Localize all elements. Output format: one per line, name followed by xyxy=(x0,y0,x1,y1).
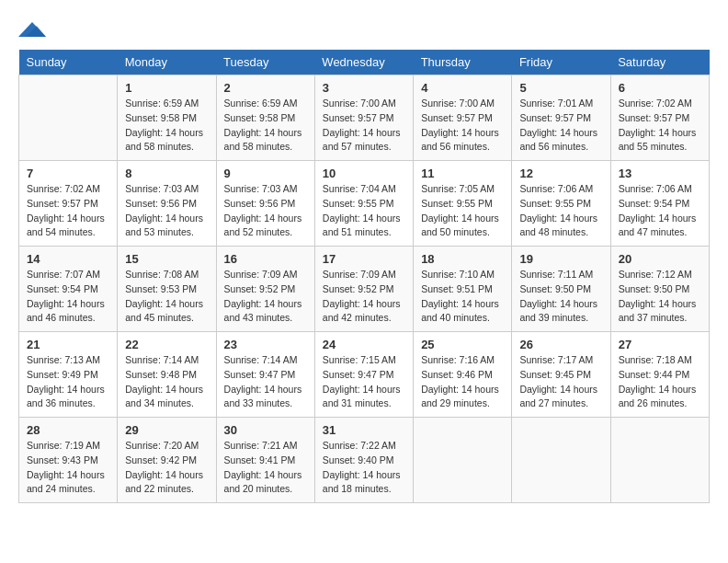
day-info: Sunrise: 7:05 AM Sunset: 9:55 PM Dayligh… xyxy=(421,182,504,240)
day-number: 10 xyxy=(323,167,405,180)
day-number: 16 xyxy=(224,252,307,266)
calendar-cell: 22Sunrise: 7:14 AM Sunset: 9:48 PM Dayli… xyxy=(118,332,216,418)
day-number: 9 xyxy=(224,167,307,180)
calendar-cell: 24Sunrise: 7:15 AM Sunset: 9:47 PM Dayli… xyxy=(314,332,413,418)
calendar-table: SundayMondayTuesdayWednesdayThursdayFrid… xyxy=(18,50,710,503)
day-info: Sunrise: 7:00 AM Sunset: 9:57 PM Dayligh… xyxy=(421,97,504,155)
day-info: Sunrise: 7:02 AM Sunset: 9:57 PM Dayligh… xyxy=(27,182,109,240)
page-header xyxy=(18,18,710,40)
day-number: 6 xyxy=(619,81,701,95)
calendar-cell: 16Sunrise: 7:09 AM Sunset: 9:52 PM Dayli… xyxy=(216,247,314,332)
day-info: Sunrise: 7:16 AM Sunset: 9:46 PM Dayligh… xyxy=(421,353,504,411)
day-info: Sunrise: 7:17 AM Sunset: 9:45 PM Dayligh… xyxy=(519,353,602,411)
header-thursday: Thursday xyxy=(414,50,512,75)
calendar-cell: 17Sunrise: 7:09 AM Sunset: 9:52 PM Dayli… xyxy=(314,247,413,332)
calendar-cell: 3Sunrise: 7:00 AM Sunset: 9:57 PM Daylig… xyxy=(314,75,413,161)
day-info: Sunrise: 7:06 AM Sunset: 9:55 PM Dayligh… xyxy=(519,182,602,240)
day-info: Sunrise: 6:59 AM Sunset: 9:58 PM Dayligh… xyxy=(125,97,208,155)
calendar-cell: 8Sunrise: 7:03 AM Sunset: 9:56 PM Daylig… xyxy=(118,161,216,247)
day-number: 24 xyxy=(323,338,405,351)
day-info: Sunrise: 7:01 AM Sunset: 9:57 PM Dayligh… xyxy=(519,97,602,155)
day-number: 30 xyxy=(224,423,307,437)
calendar-cell xyxy=(19,75,118,161)
day-info: Sunrise: 7:22 AM Sunset: 9:40 PM Dayligh… xyxy=(323,439,405,497)
day-info: Sunrise: 7:19 AM Sunset: 9:43 PM Dayligh… xyxy=(27,439,109,497)
calendar-cell: 10Sunrise: 7:04 AM Sunset: 9:55 PM Dayli… xyxy=(314,161,413,247)
day-info: Sunrise: 7:14 AM Sunset: 9:48 PM Dayligh… xyxy=(125,353,208,411)
day-info: Sunrise: 7:11 AM Sunset: 9:50 PM Dayligh… xyxy=(519,268,602,326)
day-number: 19 xyxy=(519,252,602,266)
day-number: 31 xyxy=(323,423,405,437)
calendar-cell: 11Sunrise: 7:05 AM Sunset: 9:55 PM Dayli… xyxy=(414,161,512,247)
day-number: 8 xyxy=(125,167,208,180)
header-sunday: Sunday xyxy=(19,50,118,75)
week-row-3: 14Sunrise: 7:07 AM Sunset: 9:54 PM Dayli… xyxy=(19,247,710,332)
day-number: 29 xyxy=(125,423,208,437)
calendar-cell: 30Sunrise: 7:21 AM Sunset: 9:41 PM Dayli… xyxy=(216,418,314,503)
day-number: 7 xyxy=(27,167,109,180)
calendar-cell: 19Sunrise: 7:11 AM Sunset: 9:50 PM Dayli… xyxy=(512,247,610,332)
day-number: 12 xyxy=(519,167,602,180)
logo xyxy=(18,18,50,40)
week-row-2: 7Sunrise: 7:02 AM Sunset: 9:57 PM Daylig… xyxy=(19,161,710,247)
calendar-cell: 12Sunrise: 7:06 AM Sunset: 9:55 PM Dayli… xyxy=(512,161,610,247)
calendar-cell: 5Sunrise: 7:01 AM Sunset: 9:57 PM Daylig… xyxy=(512,75,610,161)
day-number: 2 xyxy=(224,81,307,95)
day-number: 22 xyxy=(125,338,208,351)
header-saturday: Saturday xyxy=(610,50,709,75)
day-number: 28 xyxy=(27,423,109,437)
day-number: 4 xyxy=(421,81,504,95)
calendar-cell: 6Sunrise: 7:02 AM Sunset: 9:57 PM Daylig… xyxy=(610,75,709,161)
header-friday: Friday xyxy=(512,50,610,75)
calendar-cell: 31Sunrise: 7:22 AM Sunset: 9:40 PM Dayli… xyxy=(314,418,413,503)
calendar-cell: 13Sunrise: 7:06 AM Sunset: 9:54 PM Dayli… xyxy=(610,161,709,247)
calendar-cell: 4Sunrise: 7:00 AM Sunset: 9:57 PM Daylig… xyxy=(414,75,512,161)
day-number: 15 xyxy=(125,252,208,266)
day-info: Sunrise: 6:59 AM Sunset: 9:58 PM Dayligh… xyxy=(224,97,307,155)
day-info: Sunrise: 7:15 AM Sunset: 9:47 PM Dayligh… xyxy=(323,353,405,411)
day-info: Sunrise: 7:13 AM Sunset: 9:49 PM Dayligh… xyxy=(27,353,109,411)
day-info: Sunrise: 7:08 AM Sunset: 9:53 PM Dayligh… xyxy=(125,268,208,326)
day-number: 3 xyxy=(323,81,405,95)
day-number: 26 xyxy=(519,338,602,351)
day-info: Sunrise: 7:04 AM Sunset: 9:55 PM Dayligh… xyxy=(323,182,405,240)
calendar-cell: 7Sunrise: 7:02 AM Sunset: 9:57 PM Daylig… xyxy=(19,161,118,247)
calendar-cell: 14Sunrise: 7:07 AM Sunset: 9:54 PM Dayli… xyxy=(19,247,118,332)
calendar-cell: 23Sunrise: 7:14 AM Sunset: 9:47 PM Dayli… xyxy=(216,332,314,418)
day-number: 18 xyxy=(421,252,504,266)
calendar-cell: 26Sunrise: 7:17 AM Sunset: 9:45 PM Dayli… xyxy=(512,332,610,418)
calendar-cell: 27Sunrise: 7:18 AM Sunset: 9:44 PM Dayli… xyxy=(610,332,709,418)
logo-icon xyxy=(18,18,46,40)
day-info: Sunrise: 7:18 AM Sunset: 9:44 PM Dayligh… xyxy=(619,353,701,411)
day-number: 1 xyxy=(125,81,208,95)
calendar-cell xyxy=(512,418,610,503)
calendar-cell: 1Sunrise: 6:59 AM Sunset: 9:58 PM Daylig… xyxy=(118,75,216,161)
day-number: 23 xyxy=(224,338,307,351)
calendar-cell: 2Sunrise: 6:59 AM Sunset: 9:58 PM Daylig… xyxy=(216,75,314,161)
day-number: 25 xyxy=(421,338,504,351)
day-info: Sunrise: 7:10 AM Sunset: 9:51 PM Dayligh… xyxy=(421,268,504,326)
day-number: 17 xyxy=(323,252,405,266)
week-row-5: 28Sunrise: 7:19 AM Sunset: 9:43 PM Dayli… xyxy=(19,418,710,503)
day-info: Sunrise: 7:09 AM Sunset: 9:52 PM Dayligh… xyxy=(224,268,307,326)
day-number: 21 xyxy=(27,338,109,351)
calendar-cell: 20Sunrise: 7:12 AM Sunset: 9:50 PM Dayli… xyxy=(610,247,709,332)
calendar-cell xyxy=(610,418,709,503)
calendar-cell: 18Sunrise: 7:10 AM Sunset: 9:51 PM Dayli… xyxy=(414,247,512,332)
calendar-cell: 29Sunrise: 7:20 AM Sunset: 9:42 PM Dayli… xyxy=(118,418,216,503)
calendar-cell xyxy=(414,418,512,503)
week-row-1: 1Sunrise: 6:59 AM Sunset: 9:58 PM Daylig… xyxy=(19,75,710,161)
day-info: Sunrise: 7:06 AM Sunset: 9:54 PM Dayligh… xyxy=(619,182,701,240)
calendar-cell: 9Sunrise: 7:03 AM Sunset: 9:56 PM Daylig… xyxy=(216,161,314,247)
day-info: Sunrise: 7:02 AM Sunset: 9:57 PM Dayligh… xyxy=(619,97,701,155)
calendar-cell: 15Sunrise: 7:08 AM Sunset: 9:53 PM Dayli… xyxy=(118,247,216,332)
calendar-header-row: SundayMondayTuesdayWednesdayThursdayFrid… xyxy=(19,50,710,75)
day-info: Sunrise: 7:14 AM Sunset: 9:47 PM Dayligh… xyxy=(224,353,307,411)
calendar-cell: 28Sunrise: 7:19 AM Sunset: 9:43 PM Dayli… xyxy=(19,418,118,503)
day-info: Sunrise: 7:20 AM Sunset: 9:42 PM Dayligh… xyxy=(125,439,208,497)
day-number: 5 xyxy=(519,81,602,95)
day-info: Sunrise: 7:12 AM Sunset: 9:50 PM Dayligh… xyxy=(619,268,701,326)
day-number: 14 xyxy=(27,252,109,266)
header-monday: Monday xyxy=(118,50,216,75)
day-info: Sunrise: 7:07 AM Sunset: 9:54 PM Dayligh… xyxy=(27,268,109,326)
